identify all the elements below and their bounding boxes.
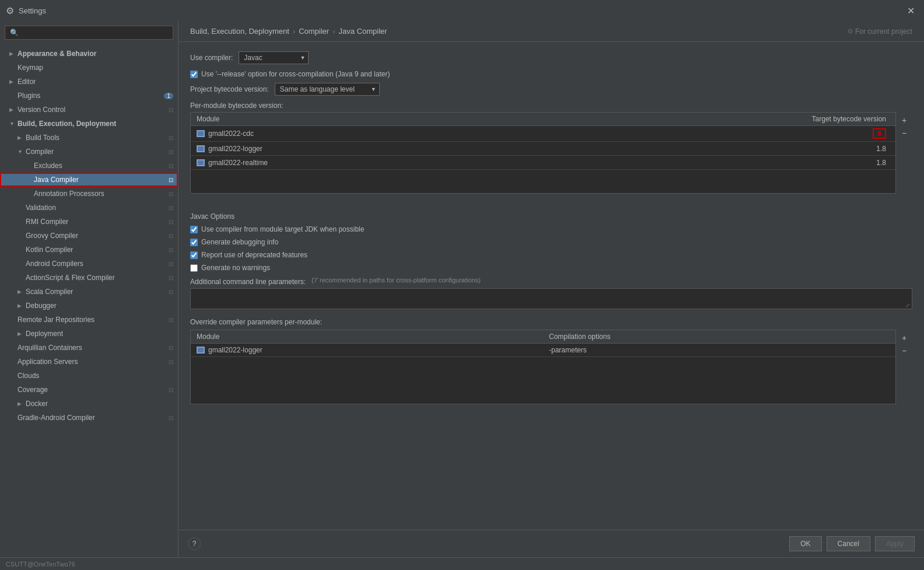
javac-option-4: Generate no warnings (190, 264, 912, 272)
javac-option-checkbox-3[interactable] (190, 251, 198, 259)
sidebar-item-keymap[interactable]: Keymap (0, 61, 178, 75)
add-module-button[interactable]: + (898, 114, 910, 126)
sidebar-item-label: Remote Jar Repositories (18, 316, 166, 324)
javac-option-checkbox-4[interactable] (190, 264, 198, 272)
help-button[interactable]: ? (188, 537, 201, 550)
title-bar-left: ⚙ Settings (6, 5, 46, 16)
sidebar-item-plugins[interactable]: Plugins 1 (0, 89, 178, 103)
sidebar-item-gradle-android[interactable]: Gradle-Android Compiler ⊡ (0, 411, 178, 425)
override-params-section: Override compiler parameters per-module:… (190, 318, 912, 404)
for-current-project: ⊙ For current project (848, 27, 912, 36)
add-override-button[interactable]: + (898, 332, 910, 344)
cancel-button[interactable]: Cancel (827, 536, 870, 551)
bytecode-version-row: Project bytecode version: Same as langua… (190, 83, 912, 96)
use-compiler-label: Use compiler: (190, 54, 233, 62)
override-table: Module Compilation options gmall2022-log… (190, 330, 896, 404)
bytecode-version-select[interactable]: Same as language level (275, 83, 380, 96)
sidebar-item-label: Android Compilers (26, 260, 166, 268)
sidebar-item-arquillian[interactable]: Arquillian Containers ⊡ (0, 341, 178, 355)
sidebar-item-rmi-compiler[interactable]: RMI Compiler ⊡ (0, 215, 178, 229)
sidebar-item-label: Scala Compiler (26, 288, 166, 296)
version-col-header: Target bytecode version (779, 113, 895, 125)
sidebar-item-docker[interactable]: ▶ Docker (0, 397, 178, 411)
use-compiler-row: Use compiler: Javac Eclipse Ajc (190, 51, 912, 64)
window-title: Settings (19, 6, 46, 15)
module-name: gmall2022-logger (208, 145, 262, 153)
compiler-select[interactable]: Javac Eclipse Ajc (239, 51, 309, 64)
override-label: Override compiler parameters per-module: (190, 318, 322, 326)
module-name: gmall2022-realtime (208, 159, 268, 167)
panel-content: Use compiler: Javac Eclipse Ajc Use '--r… (178, 42, 924, 530)
sidebar-item-annotation[interactable]: Annotation Processors ⊡ (0, 187, 178, 201)
arrow-icon: ▶ (9, 107, 18, 113)
javac-option-label-2: Generate debugging info (201, 238, 278, 246)
sidebar-item-kotlin-compiler[interactable]: Kotlin Compiler ⊡ (0, 243, 178, 257)
sidebar-item-java-compiler[interactable]: Java Compiler ⊡ (0, 173, 178, 187)
apply-button[interactable]: Apply (875, 536, 915, 551)
breadcrumb-bar: Build, Execution, Deployment › Compiler … (178, 21, 924, 42)
arrow-icon: ▶ (18, 331, 26, 337)
sidebar-item-label: Excludes (34, 162, 166, 170)
arrow-icon: ▶ (18, 135, 26, 141)
copy-icon: ⊡ (169, 205, 173, 211)
sidebar-item-application-servers[interactable]: Application Servers ⊡ (0, 355, 178, 369)
copy-icon: ⊡ (169, 345, 173, 351)
breadcrumb-sep-1: › (293, 27, 295, 36)
sidebar-item-label: Coverage (18, 386, 166, 394)
remove-override-button[interactable]: − (898, 345, 910, 356)
sidebar-item-android-compilers[interactable]: Android Compilers ⊡ (0, 257, 178, 271)
additional-params-input-wrapper: ⤢ (190, 288, 912, 311)
close-button[interactable]: ✕ (904, 4, 918, 18)
sidebar-item-label: Gradle-Android Compiler (18, 414, 166, 422)
compilation-hint: ('/' recommended in paths for cross-plat… (312, 277, 912, 284)
override-label-row: Override compiler parameters per-module: (190, 318, 912, 326)
javac-option-checkbox-2[interactable] (190, 239, 198, 246)
breadcrumb-part-2: Compiler (299, 27, 329, 36)
compiler-select-wrapper[interactable]: Javac Eclipse Ajc (239, 51, 309, 64)
sidebar-item-build-execution[interactable]: ▼ Build, Execution, Deployment (0, 117, 178, 131)
breadcrumb-part-1: Build, Execution, Deployment (190, 27, 289, 36)
override-options-cell: -parameters (543, 344, 895, 356)
sidebar-item-excludes[interactable]: Excludes ⊡ (0, 159, 178, 173)
javac-option-checkbox-1[interactable] (190, 226, 198, 233)
sidebar-item-debugger[interactable]: ▶ Debugger (0, 299, 178, 313)
arrow-icon: ▶ (18, 401, 26, 407)
sidebar-item-remote-jar[interactable]: Remote Jar Repositories ⊡ (0, 313, 178, 327)
sidebar-item-appearance[interactable]: ▶ Appearance & Behavior (0, 47, 178, 61)
sidebar-item-deployment[interactable]: ▶ Deployment (0, 327, 178, 341)
override-table-side-buttons: + − (896, 330, 912, 404)
main-content: 🔍 ▶ Appearance & Behavior Keymap ▶ Edito… (0, 21, 924, 557)
sidebar-item-clouds[interactable]: Clouds (0, 369, 178, 383)
sidebar-item-compiler[interactable]: ▼ Compiler ⊡ (0, 145, 178, 159)
sidebar-item-label: Debugger (26, 302, 173, 310)
table-empty-space (191, 170, 895, 193)
ok-button[interactable]: OK (789, 536, 821, 551)
additional-params-input[interactable] (190, 288, 912, 309)
override-options-col-header: Compilation options (543, 330, 895, 343)
sidebar-item-scala-compiler[interactable]: ▶ Scala Compiler ⊡ (0, 285, 178, 299)
cross-compile-checkbox[interactable] (190, 71, 198, 78)
sidebar-item-groovy-compiler[interactable]: Groovy Compiler ⊡ (0, 229, 178, 243)
sidebar-item-validation[interactable]: Validation ⊡ (0, 201, 178, 215)
remove-module-button[interactable]: − (898, 127, 910, 139)
search-input[interactable] (21, 29, 168, 37)
sidebar-item-build-tools[interactable]: ▶ Build Tools ⊡ (0, 131, 178, 145)
sidebar-item-actionscript[interactable]: ActionScript & Flex Compiler ⊡ (0, 271, 178, 285)
modules-table-container: Module Target bytecode version gmall2022… (190, 112, 912, 203)
javac-option-1: Use compiler from module target JDK when… (190, 225, 912, 233)
per-module-label-row: Per-module bytecode version: (190, 102, 912, 110)
sidebar-item-editor[interactable]: ▶ Editor (0, 75, 178, 89)
sidebar-item-label: Groovy Compiler (26, 232, 166, 240)
override-table-container: Module Compilation options gmall2022-log… (190, 330, 912, 404)
table-row: gmall2022-realtime 1.8 (191, 156, 895, 170)
sidebar-item-version-control[interactable]: ▶ Version Control ⊡ (0, 103, 178, 117)
javac-options-title: Javac Options (190, 212, 912, 221)
table-row: gmall2022-logger 1.8 (191, 142, 895, 156)
sidebar-item-coverage[interactable]: Coverage ⊡ (0, 383, 178, 397)
bytecode-version-select-wrapper[interactable]: Same as language level (275, 83, 380, 96)
search-box[interactable]: 🔍 (5, 26, 173, 40)
copy-icon: ⊡ (169, 359, 173, 365)
module-name-cell: gmall2022-logger (191, 142, 779, 155)
settings-window: ⚙ Settings ✕ 🔍 ▶ Appearance & Behavior K… (0, 0, 924, 570)
javac-option-label-4: Generate no warnings (201, 264, 270, 272)
